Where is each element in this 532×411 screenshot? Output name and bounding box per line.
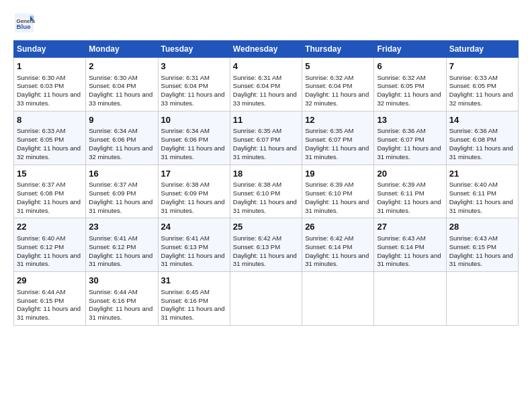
day-number: 25: [233, 221, 299, 233]
header-cell-saturday: Saturday: [446, 41, 518, 58]
day-cell: [374, 272, 446, 326]
day-cell: 27Sunrise: 6:43 AMSunset: 6:14 PMDayligh…: [374, 218, 446, 272]
sunrise: Sunrise: 6:43 AM: [449, 234, 498, 242]
daylight: Daylight: 11 hours and 31 minutes.: [233, 144, 297, 161]
header-cell-wednesday: Wednesday: [230, 41, 302, 58]
daylight: Daylight: 11 hours and 31 minutes.: [89, 252, 152, 268]
sunrise: Sunrise: 6:32 AM: [305, 74, 353, 81]
daylight: Daylight: 11 hours and 31 minutes.: [161, 305, 225, 321]
day-cell: 22Sunrise: 6:40 AMSunset: 6:12 PMDayligh…: [14, 218, 86, 272]
sunrise: Sunrise: 6:34 AM: [89, 127, 137, 134]
day-number: 4: [233, 60, 299, 73]
day-cell: 30Sunrise: 6:44 AMSunset: 6:16 PMDayligh…: [86, 272, 158, 326]
sunrise: Sunrise: 6:39 AM: [305, 181, 353, 188]
day-cell: 26Sunrise: 6:42 AMSunset: 6:14 PMDayligh…: [302, 218, 374, 272]
sunrise: Sunrise: 6:42 AM: [233, 234, 281, 242]
sunset: Sunset: 6:05 PM: [377, 82, 424, 89]
sunset: Sunset: 6:09 PM: [89, 189, 136, 197]
day-cell: 13Sunrise: 6:36 AMSunset: 6:07 PMDayligh…: [374, 111, 446, 165]
daylight: Daylight: 11 hours and 33 minutes.: [89, 91, 152, 107]
day-number: 11: [233, 114, 299, 126]
header-row: SundayMondayTuesdayWednesdayThursdayFrid…: [14, 41, 519, 58]
sunrise: Sunrise: 6:45 AM: [161, 288, 210, 295]
week-row-2: 8Sunrise: 6:33 AMSunset: 6:05 PMDaylight…: [14, 111, 519, 165]
sunset: Sunset: 6:13 PM: [233, 243, 280, 250]
daylight: Daylight: 11 hours and 31 minutes.: [377, 252, 441, 268]
sunset: Sunset: 6:06 PM: [161, 136, 208, 143]
sunrise: Sunrise: 6:44 AM: [17, 288, 65, 295]
daylight: Daylight: 11 hours and 31 minutes.: [233, 198, 297, 214]
sunset: Sunset: 6:07 PM: [305, 136, 352, 143]
sunrise: Sunrise: 6:37 AM: [89, 181, 137, 188]
day-number: 24: [161, 221, 227, 233]
sunrise: Sunrise: 6:43 AM: [377, 234, 425, 242]
day-cell: [446, 272, 518, 326]
sunset: Sunset: 6:08 PM: [449, 136, 496, 143]
day-cell: 17Sunrise: 6:38 AMSunset: 6:09 PMDayligh…: [158, 165, 230, 218]
day-number: 15: [17, 168, 83, 180]
sunset: Sunset: 6:05 PM: [449, 82, 496, 89]
day-cell: 11Sunrise: 6:35 AMSunset: 6:07 PMDayligh…: [230, 111, 302, 165]
day-number: 2: [89, 60, 154, 73]
day-cell: 25Sunrise: 6:42 AMSunset: 6:13 PMDayligh…: [230, 218, 302, 272]
day-number: 23: [89, 221, 154, 233]
sunset: Sunset: 6:08 PM: [17, 189, 64, 197]
header-cell-monday: Monday: [86, 41, 158, 58]
sunrise: Sunrise: 6:33 AM: [17, 127, 65, 134]
sunset: Sunset: 6:04 PM: [305, 82, 352, 89]
daylight: Daylight: 11 hours and 32 minutes.: [305, 91, 369, 107]
daylight: Daylight: 11 hours and 31 minutes.: [161, 144, 225, 161]
day-number: 3: [161, 60, 227, 73]
sunrise: Sunrise: 6:41 AM: [161, 234, 210, 242]
daylight: Daylight: 11 hours and 31 minutes.: [161, 252, 225, 268]
header-cell-thursday: Thursday: [302, 41, 374, 58]
day-number: 14: [449, 114, 515, 126]
day-number: 8: [17, 114, 83, 126]
day-cell: 23Sunrise: 6:41 AMSunset: 6:12 PMDayligh…: [86, 218, 158, 272]
day-number: 17: [161, 168, 227, 180]
day-cell: 12Sunrise: 6:35 AMSunset: 6:07 PMDayligh…: [302, 111, 374, 165]
day-cell: 24Sunrise: 6:41 AMSunset: 6:13 PMDayligh…: [158, 218, 230, 272]
calendar-page: General Blue SundayMondayTuesdayWednesda…: [0, 0, 532, 411]
sunrise: Sunrise: 6:44 AM: [89, 288, 137, 295]
sunset: Sunset: 6:10 PM: [233, 189, 280, 197]
sunrise: Sunrise: 6:31 AM: [161, 74, 210, 81]
day-cell: 16Sunrise: 6:37 AMSunset: 6:09 PMDayligh…: [86, 165, 158, 218]
day-cell: 1Sunrise: 6:30 AMSunset: 6:03 PMDaylight…: [14, 58, 86, 111]
day-number: 10: [161, 114, 227, 126]
header-cell-sunday: Sunday: [14, 41, 86, 58]
sunrise: Sunrise: 6:36 AM: [449, 127, 498, 134]
sunset: Sunset: 6:14 PM: [377, 243, 424, 250]
sunrise: Sunrise: 6:41 AM: [89, 234, 137, 242]
day-number: 13: [377, 114, 443, 126]
day-cell: 7Sunrise: 6:33 AMSunset: 6:05 PMDaylight…: [446, 58, 518, 111]
day-cell: 28Sunrise: 6:43 AMSunset: 6:15 PMDayligh…: [446, 218, 518, 272]
day-cell: 15Sunrise: 6:37 AMSunset: 6:08 PMDayligh…: [14, 165, 86, 218]
sunrise: Sunrise: 6:39 AM: [377, 181, 425, 188]
daylight: Daylight: 11 hours and 31 minutes.: [449, 198, 513, 214]
sunrise: Sunrise: 6:36 AM: [377, 127, 425, 134]
sunset: Sunset: 6:04 PM: [89, 82, 136, 89]
day-number: 29: [17, 275, 83, 287]
sunrise: Sunrise: 6:32 AM: [377, 74, 425, 81]
day-number: 22: [17, 221, 83, 233]
daylight: Daylight: 11 hours and 31 minutes.: [17, 252, 81, 268]
sunset: Sunset: 6:06 PM: [89, 136, 136, 143]
sunrise: Sunrise: 6:35 AM: [305, 127, 353, 134]
page-header: General Blue: [13, 12, 519, 34]
daylight: Daylight: 11 hours and 31 minutes.: [377, 198, 441, 214]
day-number: 20: [377, 168, 443, 180]
calendar-table: SundayMondayTuesdayWednesdayThursdayFrid…: [13, 40, 519, 326]
sunrise: Sunrise: 6:31 AM: [233, 74, 281, 81]
day-cell: 19Sunrise: 6:39 AMSunset: 6:10 PMDayligh…: [302, 165, 374, 218]
day-number: 27: [377, 221, 443, 233]
day-cell: 6Sunrise: 6:32 AMSunset: 6:05 PMDaylight…: [374, 58, 446, 111]
day-number: 9: [89, 114, 154, 126]
sunset: Sunset: 6:15 PM: [449, 243, 496, 250]
day-number: 5: [305, 60, 371, 73]
daylight: Daylight: 11 hours and 32 minutes.: [89, 144, 152, 161]
day-cell: [230, 272, 302, 326]
daylight: Daylight: 11 hours and 31 minutes.: [233, 252, 297, 268]
sunrise: Sunrise: 6:38 AM: [233, 181, 281, 188]
sunset: Sunset: 6:07 PM: [233, 136, 280, 143]
